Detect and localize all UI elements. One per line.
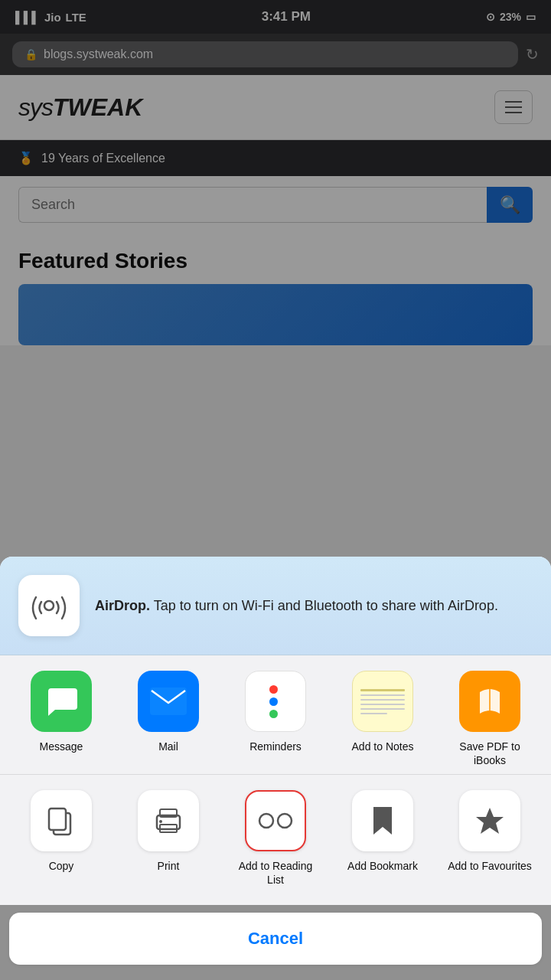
ibooks-app[interactable]: Save PDF to iBooks <box>444 671 536 767</box>
favourites-label: Add to Favourites <box>448 859 532 873</box>
reading-list-action[interactable]: Add to Reading List <box>230 790 321 887</box>
reading-list-icon <box>245 790 306 851</box>
reminders-label: Reminders <box>249 740 302 753</box>
reminders-app[interactable]: Reminders <box>230 671 321 767</box>
share-sheet: AirDrop. Tap to turn on Wi-Fi and Blueto… <box>0 557 551 980</box>
favourites-action[interactable]: Add to Favourites <box>444 790 536 887</box>
airdrop-icon <box>30 586 68 625</box>
print-label: Print <box>158 859 180 873</box>
mail-icon <box>138 671 199 732</box>
airdrop-description: AirDrop. Tap to turn on Wi-Fi and Blueto… <box>95 596 498 616</box>
reminders-icon <box>245 671 306 732</box>
copy-action[interactable]: Copy <box>15 790 107 887</box>
message-label: Message <box>40 740 83 753</box>
cancel-label: Cancel <box>248 929 303 949</box>
notes-icon <box>352 671 413 732</box>
notes-label: Add to Notes <box>352 740 414 753</box>
bookmark-action[interactable]: Add Bookmark <box>337 790 429 887</box>
cancel-button[interactable]: Cancel <box>9 913 542 965</box>
print-action[interactable]: Print <box>122 790 214 887</box>
copy-label: Copy <box>49 859 74 873</box>
mail-label: Mail <box>158 740 178 753</box>
favourites-icon <box>459 790 520 851</box>
svg-point-7 <box>159 820 162 823</box>
bookmark-icon <box>352 790 413 851</box>
reading-list-label: Add to Reading List <box>230 859 321 887</box>
svg-point-0 <box>44 601 54 610</box>
svg-point-8 <box>259 814 273 828</box>
bookmark-label: Add Bookmark <box>347 859 418 873</box>
print-icon <box>138 790 199 851</box>
svg-rect-1 <box>150 688 187 715</box>
mail-app[interactable]: Mail <box>122 671 214 767</box>
airdrop-icon-box <box>18 575 80 636</box>
action-row: Copy Print <box>0 775 551 905</box>
airdrop-section[interactable]: AirDrop. Tap to turn on Wi-Fi and Blueto… <box>0 557 551 655</box>
svg-rect-3 <box>49 808 66 830</box>
share-main-panel: AirDrop. Tap to turn on Wi-Fi and Blueto… <box>0 557 551 905</box>
notes-app[interactable]: Add to Notes <box>337 671 429 767</box>
airdrop-title: AirDrop. <box>95 598 150 613</box>
svg-point-9 <box>278 814 292 828</box>
copy-icon <box>31 790 92 851</box>
ibooks-label: Save PDF to iBooks <box>444 740 536 767</box>
ibooks-icon <box>459 671 520 732</box>
message-app[interactable]: Message <box>15 671 107 767</box>
app-row: Message Mail <box>0 655 551 774</box>
message-icon <box>31 671 92 732</box>
